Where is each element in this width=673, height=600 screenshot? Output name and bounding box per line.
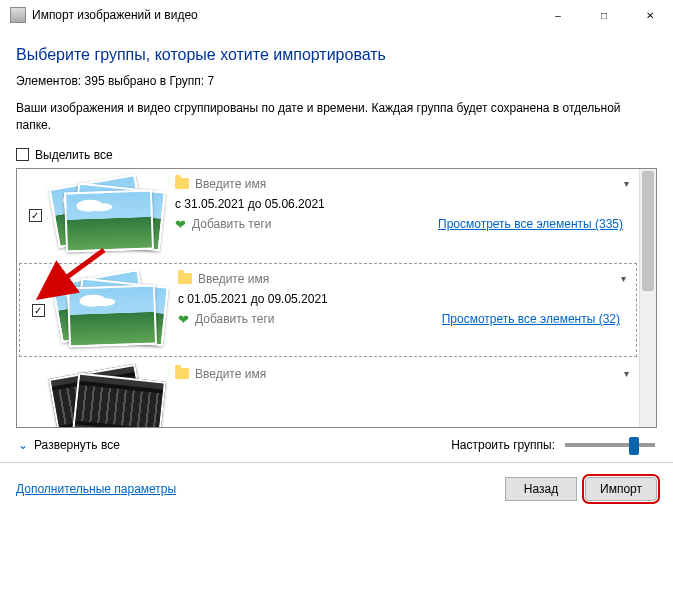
minimize-button[interactable]: – <box>535 0 581 30</box>
chevron-down-icon: ⌄ <box>18 438 28 452</box>
maximize-button[interactable]: □ <box>581 0 627 30</box>
chevron-down-icon[interactable]: ▾ <box>624 178 629 189</box>
scrollbar-thumb[interactable] <box>642 171 654 291</box>
back-button[interactable]: Назад <box>505 477 577 501</box>
folder-icon <box>175 178 189 189</box>
thumbnail-stack <box>50 272 170 350</box>
tag-icon: ❤ <box>175 217 186 232</box>
expand-all-toggle[interactable]: ⌄ Развернуть все <box>18 438 120 452</box>
chevron-down-icon[interactable]: ▾ <box>621 273 626 284</box>
expand-all-label: Развернуть все <box>34 438 120 452</box>
scrollbar[interactable] <box>639 169 656 427</box>
page-heading: Выберите группы, которые хотите импортир… <box>16 46 657 64</box>
import-button[interactable]: Импорт <box>585 477 657 501</box>
chevron-down-icon[interactable]: ▾ <box>624 368 629 379</box>
footer: Дополнительные параметры Назад Импорт <box>0 462 673 515</box>
select-all-row[interactable]: Выделить все <box>16 148 657 162</box>
app-icon <box>10 7 26 23</box>
window-title: Импорт изображений и видео <box>32 8 535 22</box>
close-button[interactable]: ✕ <box>627 0 673 30</box>
date-range: с 31.05.2021 до 05.06.2021 <box>175 197 629 211</box>
date-range: с 01.05.2021 до 09.05.2021 <box>178 292 626 306</box>
description-text: Ваши изображения и видео сгруппированы п… <box>16 100 657 134</box>
folder-icon <box>175 368 189 379</box>
view-all-link[interactable]: Просмотреть все элементы (32) <box>442 312 620 326</box>
group-checkbox[interactable]: ✓ <box>32 304 45 317</box>
select-all-label: Выделить все <box>35 148 113 162</box>
group-item[interactable]: ✓ Введите имя ▾ с 01.05.2021 до 09.05.20… <box>19 263 637 357</box>
folder-icon <box>178 273 192 284</box>
adjust-groups-label: Настроить группы: <box>451 438 555 452</box>
add-tags-label[interactable]: Добавить теги <box>195 312 274 326</box>
group-checkbox[interactable]: ✓ <box>29 209 42 222</box>
thumbnail-stack <box>47 177 167 255</box>
select-all-checkbox[interactable] <box>16 148 29 161</box>
group-name-input[interactable]: Введите имя <box>195 367 618 381</box>
view-all-link[interactable]: Просмотреть все элементы (335) <box>438 217 623 231</box>
thumbnail-stack <box>47 367 167 428</box>
group-item[interactable]: Введите имя ▾ <box>17 359 639 428</box>
slider-knob[interactable] <box>629 437 639 455</box>
groups-list: ✓ Введите имя ▾ с 31.05.2021 до 05.06.20… <box>16 168 657 428</box>
more-options-link[interactable]: Дополнительные параметры <box>16 482 176 496</box>
titlebar: Импорт изображений и видео – □ ✕ <box>0 0 673 30</box>
group-name-input[interactable]: Введите имя <box>198 272 615 286</box>
summary-text: Элементов: 395 выбрано в Групп: 7 <box>16 74 657 88</box>
group-name-input[interactable]: Введите имя <box>195 177 618 191</box>
tag-icon: ❤ <box>178 312 189 327</box>
group-slider[interactable] <box>565 443 655 447</box>
add-tags-label[interactable]: Добавить теги <box>192 217 271 231</box>
group-item[interactable]: ✓ Введите имя ▾ с 31.05.2021 до 05.06.20… <box>17 169 639 261</box>
